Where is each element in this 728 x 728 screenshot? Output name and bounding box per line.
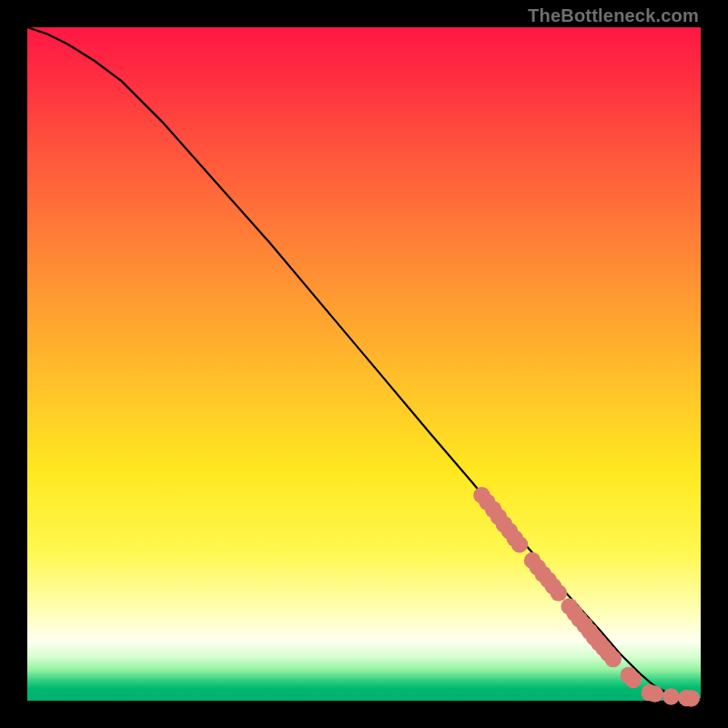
chart-svg bbox=[27, 27, 701, 701]
data-marker bbox=[625, 672, 642, 689]
data-marker bbox=[605, 651, 622, 668]
data-marker bbox=[682, 690, 700, 707]
watermark-text: TheBottleneck.com bbox=[528, 5, 699, 26]
data-marker bbox=[551, 584, 568, 602]
data-marker bbox=[511, 536, 529, 553]
data-marker bbox=[662, 688, 680, 705]
marker-group bbox=[473, 487, 700, 707]
plot-area bbox=[27, 27, 701, 701]
curve-line bbox=[27, 27, 701, 700]
data-marker bbox=[646, 685, 663, 703]
chart-canvas: TheBottleneck.com bbox=[0, 0, 728, 728]
